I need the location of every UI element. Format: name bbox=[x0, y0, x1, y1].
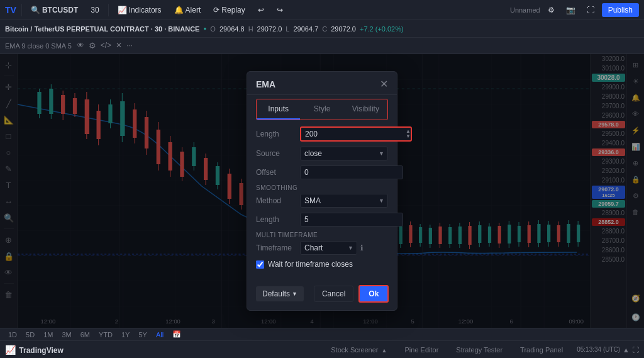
length-input[interactable] bbox=[300, 126, 412, 142]
more-icon[interactable]: ··· bbox=[125, 40, 134, 52]
tab-style[interactable]: Style bbox=[300, 99, 343, 120]
close-val: 29072.0 bbox=[331, 25, 356, 33]
topbar: TV 🔍 BTCUSDT 30 📈 Indicators 🔔 Alert ⟳ R… bbox=[0, 0, 644, 20]
ticker-label: BTCUSDT bbox=[42, 6, 78, 14]
stock-screener-chevron: ▲ bbox=[382, 347, 387, 354]
length-input-wrap: ▲ ▼ bbox=[300, 126, 412, 142]
footer-up-arrow[interactable]: ▲ bbox=[623, 346, 630, 354]
footer-right: 05:13:34 (UTC) ▲ ⛶ bbox=[577, 346, 639, 354]
period-5y[interactable]: 5Y bbox=[135, 330, 150, 339]
replay-icon: ⟳ bbox=[213, 6, 219, 14]
undo-button[interactable]: ↩ bbox=[254, 4, 268, 16]
tab-visibility[interactable]: Visibility bbox=[344, 99, 387, 120]
length-row: Length ▲ ▼ bbox=[256, 126, 388, 142]
eye-icon[interactable]: 👁 bbox=[75, 40, 86, 52]
offset-label: Offset bbox=[256, 168, 300, 177]
smooth-length-row: Length bbox=[256, 213, 388, 227]
divider-1 bbox=[21, 4, 22, 16]
tab-inputs[interactable]: Inputs bbox=[257, 99, 300, 120]
cancel-button[interactable]: Cancel bbox=[314, 286, 353, 302]
timeframe-row: Timeframe Chart 1 min 5 min ▼ ℹ bbox=[256, 241, 388, 255]
gear-icon: ⚙ bbox=[548, 6, 555, 14]
time-label: 05:13:34 (UTC) bbox=[577, 346, 620, 353]
low-label: L bbox=[286, 25, 289, 33]
footer-tv-icon: 📈 bbox=[5, 345, 16, 355]
redo-button[interactable]: ↪ bbox=[273, 4, 287, 16]
stock-screener-btn[interactable]: Stock Screener ▲ bbox=[327, 345, 391, 355]
search-icon: 🔍 bbox=[31, 6, 40, 14]
smooth-length-label: Length bbox=[256, 215, 300, 224]
length-spinners: ▲ ▼ bbox=[406, 126, 411, 142]
source-select-wrap: close open high low ▼ bbox=[300, 147, 388, 160]
method-label: Method bbox=[256, 196, 300, 205]
wait-checkbox[interactable] bbox=[256, 260, 264, 269]
period-5d[interactable]: 5D bbox=[23, 330, 38, 339]
footer-expand-icon[interactable]: ⛶ bbox=[632, 346, 639, 354]
code-icon[interactable]: </> bbox=[99, 40, 113, 52]
change-val: +7.2 (+0.02%) bbox=[360, 25, 404, 33]
ema-indicator-label: EMA 9 close 0 SMA 5 bbox=[5, 42, 72, 50]
modal-header: EMA ✕ bbox=[247, 72, 397, 95]
period-all[interactable]: All bbox=[153, 330, 167, 339]
redo-icon: ↪ bbox=[277, 6, 283, 14]
low-val: 29064.7 bbox=[293, 25, 318, 33]
timeframe-label: Timeframe bbox=[256, 243, 300, 252]
strategy-tester-btn[interactable]: Strategy Tester bbox=[452, 345, 506, 355]
method-select[interactable]: SMA EMA RMA bbox=[300, 194, 388, 208]
footer-logo: 📈 TradingView bbox=[5, 345, 64, 355]
length-down-btn[interactable]: ▼ bbox=[406, 134, 411, 139]
unnamed-label: Unnamed bbox=[510, 6, 540, 14]
modal-overlay: EMA ✕ Inputs Style Visibility Length ▲ bbox=[0, 54, 644, 328]
timeframe-info-icon[interactable]: ℹ bbox=[360, 243, 364, 252]
camera-icon-btn[interactable]: 📷 bbox=[562, 4, 579, 16]
symbolbar: Bitcoin / TetherUS PERPETUAL CONTRACT · … bbox=[0, 20, 644, 38]
wait-checkbox-row: Wait for timeframe closes bbox=[256, 260, 388, 269]
symbol-dot: ● bbox=[203, 26, 206, 31]
search-button[interactable]: 🔍 BTCUSDT bbox=[27, 4, 82, 16]
indicators-button[interactable]: 📈 Indicators bbox=[114, 4, 165, 16]
smooth-length-input[interactable] bbox=[300, 213, 403, 227]
modal-close-button[interactable]: ✕ bbox=[380, 79, 388, 89]
pine-editor-btn[interactable]: Pine Editor bbox=[401, 345, 443, 355]
replay-button[interactable]: ⟳ Replay bbox=[209, 4, 248, 16]
footer: 📈 TradingView Stock Screener ▲ Pine Edit… bbox=[0, 340, 644, 358]
defaults-button[interactable]: Defaults ▼ bbox=[256, 286, 304, 301]
modal-footer: Defaults ▼ Cancel Ok bbox=[247, 280, 397, 310]
settings-icon-btn[interactable]: ⚙ bbox=[544, 4, 558, 16]
camera-icon: 📷 bbox=[566, 6, 575, 14]
alert-button[interactable]: 🔔 Alert bbox=[170, 4, 205, 16]
period-6m[interactable]: 6M bbox=[77, 330, 93, 339]
fullscreen-btn[interactable]: ⛶ bbox=[583, 4, 598, 16]
ok-button[interactable]: Ok bbox=[358, 285, 389, 303]
trading-panel-btn[interactable]: Trading Panel bbox=[516, 345, 567, 355]
divider-2 bbox=[108, 4, 109, 16]
symbol-name: Bitcoin / TetherUS PERPETUAL CONTRACT · … bbox=[5, 25, 199, 33]
fullscreen-icon: ⛶ bbox=[587, 6, 594, 14]
length-label: Length bbox=[256, 130, 300, 138]
close-label: C bbox=[322, 25, 327, 33]
ema-settings-modal: EMA ✕ Inputs Style Visibility Length ▲ bbox=[247, 71, 397, 311]
settings-icon[interactable]: ⚙ bbox=[87, 40, 97, 52]
modal-title: EMA bbox=[256, 79, 275, 89]
timeframe-select[interactable]: Chart 1 min 5 min bbox=[300, 241, 357, 255]
period-1d[interactable]: 1D bbox=[5, 330, 20, 339]
interval-selector[interactable]: 30 bbox=[87, 4, 103, 16]
open-val: 29064.8 bbox=[219, 25, 245, 33]
indicator-controls: 👁 ⚙ </> ✕ ··· bbox=[75, 40, 134, 52]
calendar-btn[interactable]: 📅 bbox=[169, 330, 184, 339]
period-3m[interactable]: 3M bbox=[58, 330, 74, 339]
tv-logo-icon: TV bbox=[5, 5, 16, 15]
timebar: 1D 5D 1M 3M 6M YTD 1Y 5Y All 📅 bbox=[0, 328, 644, 340]
period-ytd[interactable]: YTD bbox=[96, 330, 116, 339]
period-1y[interactable]: 1Y bbox=[118, 330, 133, 339]
source-select[interactable]: close open high low bbox=[300, 147, 388, 160]
indicators-icon: 📈 bbox=[118, 6, 127, 14]
offset-input[interactable] bbox=[300, 165, 403, 179]
publish-button[interactable]: Publish bbox=[602, 3, 639, 17]
offset-row: Offset bbox=[256, 165, 388, 179]
timeframe-select-wrap: Chart 1 min 5 min ▼ bbox=[300, 241, 357, 255]
source-row: Source close open high low ▼ bbox=[256, 147, 388, 160]
period-1m[interactable]: 1M bbox=[40, 330, 56, 339]
wait-checkbox-label: Wait for timeframe closes bbox=[268, 260, 353, 269]
close-indicator-icon[interactable]: ✕ bbox=[114, 40, 123, 52]
